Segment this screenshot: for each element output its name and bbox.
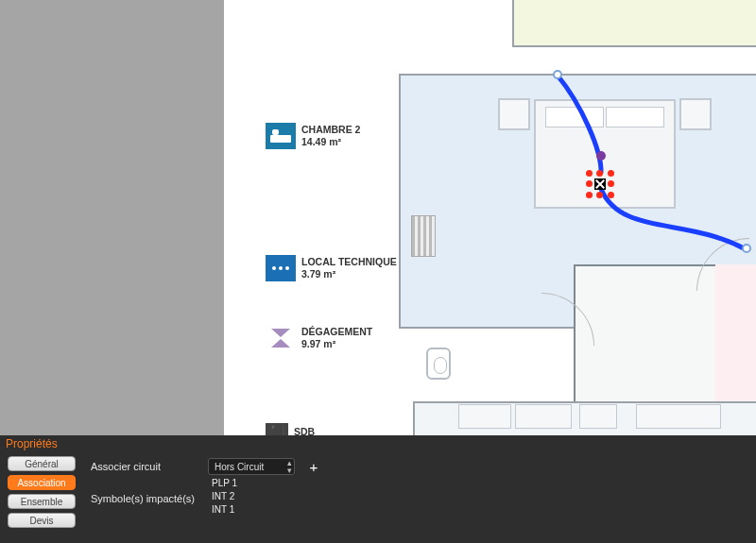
- associate-circuit-label: Associer circuit: [91, 461, 197, 472]
- add-circuit-button[interactable]: +: [306, 459, 321, 474]
- hourglass-icon: [264, 323, 298, 353]
- room-name: CHAMBRE 2: [301, 124, 360, 136]
- room-area: 3.79 m²: [301, 268, 397, 280]
- room-outline: [512, 0, 756, 47]
- impacted-item: INT 2: [212, 490, 237, 503]
- impacted-symbols-list: PLP 1 INT 2 INT 1: [212, 477, 237, 517]
- panel-tabs: Général Association Ensemble Devis: [8, 456, 76, 528]
- room-name: SDB: [294, 426, 315, 435]
- fixture: [636, 404, 721, 429]
- room-name: DÉGAGEMENT: [301, 326, 372, 338]
- toilet[interactable]: [426, 348, 451, 380]
- tab-devis[interactable]: Devis: [8, 513, 76, 528]
- impacted-symbols-label: Symbole(s) impacté(s): [91, 493, 197, 504]
- electrical-symbol[interactable]: [596, 151, 606, 161]
- dots-icon: [264, 253, 298, 283]
- wire-endpoint[interactable]: [742, 244, 751, 253]
- resize-handle[interactable]: [596, 170, 603, 177]
- resize-handle[interactable]: [586, 180, 593, 187]
- wall-hatch: [411, 215, 436, 257]
- impacted-item: PLP 1: [212, 477, 237, 490]
- selected-node[interactable]: [589, 173, 611, 195]
- resize-handle[interactable]: [608, 180, 614, 187]
- room-label-sdb[interactable]: ⬛ SDB: [264, 421, 315, 435]
- pillow: [606, 107, 664, 127]
- bed-icon: [264, 121, 298, 151]
- resize-handle[interactable]: [608, 192, 614, 198]
- room-label-chambre2[interactable]: CHAMBRE 2 14.49 m²: [264, 121, 360, 151]
- impacted-item: INT 1: [212, 503, 237, 517]
- fixture: [515, 404, 572, 429]
- resize-handle[interactable]: [608, 170, 614, 177]
- room-label-local-technique[interactable]: LOCAL TECHNIQUE 3.79 m²: [264, 253, 397, 283]
- wire-endpoint[interactable]: [553, 70, 562, 79]
- nightstand[interactable]: [498, 98, 530, 130]
- bath-icon: ⬛: [264, 421, 290, 435]
- room-area: 9.97 m²: [301, 338, 372, 350]
- fixture: [579, 404, 617, 429]
- tab-general[interactable]: Général: [8, 456, 76, 471]
- resize-handle[interactable]: [596, 192, 603, 198]
- floorplan-canvas[interactable]: CHAMBRE 2 14.49 m² LOCAL TECHNIQUE 3.79 …: [224, 0, 756, 435]
- nightstand[interactable]: [679, 98, 712, 130]
- left-sidebar: [0, 0, 224, 435]
- fixture: [458, 404, 511, 429]
- panel-title: Propriétés: [6, 437, 58, 450]
- resize-handle[interactable]: [586, 170, 593, 177]
- room-area: 14.49 m²: [301, 136, 360, 148]
- properties-panel: Propriétés Général Association Ensemble …: [0, 435, 756, 543]
- room-label-degagement[interactable]: DÉGAGEMENT 9.97 m²: [264, 323, 372, 353]
- resize-handle[interactable]: [586, 192, 593, 198]
- circuit-select[interactable]: Hors Circuit: [208, 458, 295, 475]
- room-name: LOCAL TECHNIQUE: [301, 256, 397, 268]
- tab-ensemble[interactable]: Ensemble: [8, 494, 76, 509]
- tab-association[interactable]: Association: [8, 475, 76, 490]
- pillow: [545, 107, 604, 127]
- close-icon: [594, 178, 606, 190]
